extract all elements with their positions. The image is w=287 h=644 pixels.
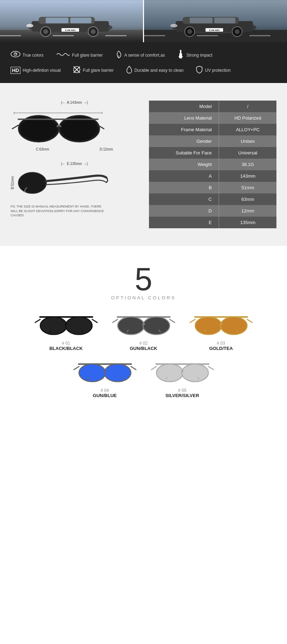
- svg-text:S·VM 4002: S·VM 4002: [209, 29, 220, 31]
- svg-line-79: [74, 366, 79, 370]
- spec-label: B: [149, 182, 219, 193]
- glasses-front-svg: [11, 106, 106, 145]
- glasses-image-1: [35, 311, 98, 337]
- feature-full-glare-1: Full glare barrier: [56, 52, 103, 59]
- svg-point-77: [79, 364, 106, 382]
- color-item: # 03GOLD/TEA: [186, 311, 256, 351]
- color-name: GOLD/TEA: [186, 346, 256, 351]
- table-row: Lens MaterialHD Polarized: [149, 112, 277, 124]
- svg-point-11: [26, 24, 33, 27]
- spec-value: 51mm: [219, 182, 276, 193]
- durable-label: Durable and easy to clean: [135, 68, 183, 73]
- shield-icon: [196, 65, 203, 75]
- spec-value: HD Polarized: [219, 112, 276, 124]
- svg-line-59: [92, 319, 97, 323]
- glasses-image-5: [151, 358, 214, 384]
- color-number: # 02: [108, 341, 179, 346]
- color-name: GUN/BLACK: [108, 346, 179, 351]
- svg-point-64: [143, 317, 170, 334]
- feature-comfort: A sense of comfort,as: [115, 50, 165, 60]
- svg-point-8: [43, 29, 48, 34]
- features-row-2: HD High-defintion visual Full glare barr…: [11, 65, 276, 75]
- svg-point-57: [65, 317, 92, 334]
- spec-label: Model: [149, 101, 219, 112]
- spec-label: E: [149, 217, 219, 228]
- full-glare-2-label: Full glare barrier: [83, 68, 113, 73]
- svg-line-86: [151, 366, 156, 370]
- color-number: # 03: [186, 341, 256, 346]
- svg-point-70: [195, 317, 222, 334]
- eye-icon: [11, 51, 20, 60]
- svg-rect-5: [46, 18, 69, 23]
- spec-label: A: [149, 170, 219, 182]
- svg-rect-16: [105, 35, 126, 36]
- glasses-image-2: [112, 311, 175, 337]
- feature-durable: Durable and easy to clean: [126, 65, 183, 75]
- glasses-image-4: [73, 358, 137, 384]
- features-section: True colors Full glare barrier A sense o…: [0, 42, 287, 83]
- color-name: GUN/BLUE: [70, 393, 140, 398]
- svg-rect-32: [197, 35, 218, 36]
- car-svg-1: S·VM 4002: [0, 0, 143, 42]
- svg-point-78: [104, 364, 131, 382]
- svg-line-66: [169, 319, 174, 323]
- table-row: A143mm: [149, 170, 277, 182]
- table-row: D12mm: [149, 205, 277, 217]
- dim-d: D:12mm: [100, 147, 113, 151]
- svg-point-50: [61, 117, 98, 140]
- svg-text:S·VM 4002: S·VM 4002: [65, 29, 76, 31]
- svg-rect-33: [249, 35, 270, 36]
- car-images-section: S·VM 4002: [0, 0, 287, 42]
- spec-label: Suitable For Face: [149, 147, 219, 159]
- dim-c: C:63mm: [36, 147, 49, 151]
- spec-label: C: [149, 193, 219, 205]
- svg-line-73: [247, 319, 252, 323]
- spec-value: Universal: [219, 147, 276, 159]
- dim-b-label: B:51mm: [11, 176, 14, 189]
- table-row: Frame MaterialALLOY+PC: [149, 124, 277, 135]
- table-row: C63mm: [149, 193, 277, 205]
- colors-section: 5 OPTIONAL COLORS # 01BLACK/BLACK# 02GUN…: [0, 246, 287, 416]
- svg-rect-14: [0, 35, 21, 36]
- uv-protection-label: UV protection: [205, 68, 231, 73]
- svg-line-52: [12, 125, 18, 129]
- hd-icon: HD: [11, 67, 20, 74]
- glasses-top-diagram: |← A:143mm →|: [11, 101, 138, 151]
- svg-point-10: [91, 29, 95, 34]
- spec-label: Weight: [149, 159, 219, 170]
- ps-note: PS: THE SIZE IS MANUAL MEASUREMENT BY HA…: [11, 204, 109, 218]
- feature-strong-impact: Strong impact: [177, 50, 212, 60]
- drop-icon: [126, 65, 132, 75]
- table-row: E135mm: [149, 217, 277, 228]
- spec-value: 38.1G: [219, 159, 276, 170]
- full-glare-1-label: Full glare barrier: [72, 53, 103, 58]
- svg-line-80: [131, 366, 136, 370]
- svg-point-56: [40, 317, 67, 334]
- feature-full-glare-2: Full glare barrier: [73, 66, 113, 75]
- spec-value: 63mm: [219, 193, 276, 205]
- color-number: # 01: [31, 341, 101, 346]
- svg-rect-23: [214, 18, 236, 23]
- spec-value: 143mm: [219, 170, 276, 182]
- table-row: Model/: [149, 101, 277, 112]
- dim-a-label: |← A:143mm →|: [11, 101, 138, 104]
- dim-b-wrapper: B:51mm: [11, 167, 138, 199]
- table-row: GenderUnisex: [149, 135, 277, 147]
- spec-value: 12mm: [219, 205, 276, 217]
- spec-value: ALLOY+PC: [219, 124, 276, 135]
- svg-point-54: [18, 172, 46, 193]
- features-row-1: True colors Full glare barrier A sense o…: [11, 50, 276, 60]
- colors-label: OPTIONAL COLORS: [7, 295, 280, 300]
- color-item: # 01BLACK/BLACK: [31, 311, 101, 351]
- diagram-area: |← A:143mm →|: [11, 101, 138, 228]
- svg-point-63: [118, 317, 144, 334]
- spec-label: D: [149, 205, 219, 217]
- color-name: BLACK/BLACK: [31, 346, 101, 351]
- svg-rect-22: [190, 18, 213, 23]
- car-svg-2: S·VM 4002: [144, 0, 287, 42]
- feature-hd-visual: HD High-defintion visual: [11, 67, 61, 74]
- svg-line-72: [190, 319, 195, 323]
- svg-line-58: [35, 319, 40, 323]
- svg-rect-38: [180, 50, 181, 53]
- hd-label: High-defintion visual: [23, 68, 61, 73]
